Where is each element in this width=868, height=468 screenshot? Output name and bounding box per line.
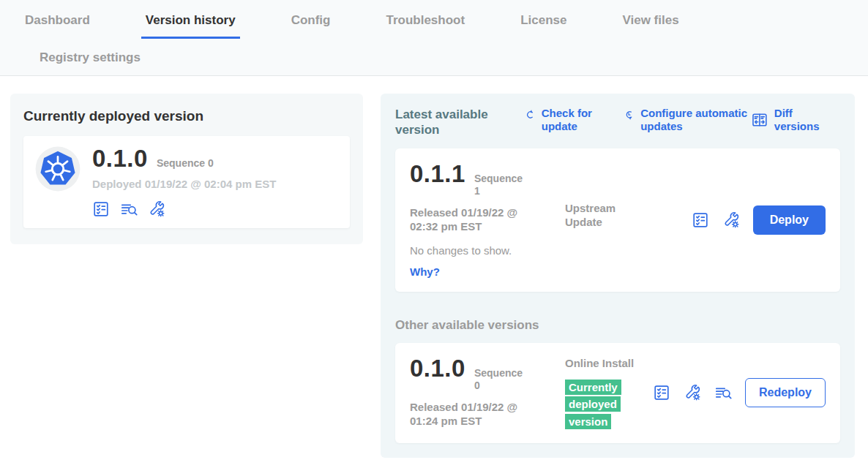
tab-view-files[interactable]: View files xyxy=(618,10,683,39)
edit-config-icon[interactable] xyxy=(722,211,740,229)
tab-dashboard[interactable]: Dashboard xyxy=(20,10,94,39)
latest-version-actions: Deploy xyxy=(692,205,826,235)
other-sequence-label: Sequence 0 xyxy=(474,367,525,393)
top-nav: Dashboard Version history Config Trouble… xyxy=(0,0,868,76)
deployed-version-number: 0.1.0 xyxy=(92,146,148,172)
preflight-checks-icon[interactable] xyxy=(92,200,110,218)
version-history-panel: Latest available version Check for updat… xyxy=(381,94,855,458)
latest-sequence-label: Sequence 1 xyxy=(474,173,525,198)
nav-row-1: Dashboard Version history Config Trouble… xyxy=(20,10,848,39)
tab-license[interactable]: License xyxy=(516,10,571,39)
latest-version-source: Upstream Update xyxy=(565,201,651,279)
view-logs-icon[interactable] xyxy=(714,384,732,401)
other-version-number: 0.1.0 xyxy=(410,356,465,382)
currently-deployed-panel: Currently deployed version 0.1.0 Sequenc… xyxy=(10,94,363,244)
edit-config-icon[interactable] xyxy=(684,384,701,401)
configure-automatic-updates-link[interactable]: Configure automatic updates xyxy=(623,107,751,133)
tab-registry-settings[interactable]: Registry settings xyxy=(35,48,145,65)
nav-row-2: Registry settings xyxy=(20,39,848,75)
latest-version-card: 0.1.1 Sequence 1 Released 01/19/22 @ 02:… xyxy=(395,148,840,292)
schedule-update-icon xyxy=(623,107,635,123)
configure-automatic-updates-label: Configure automatic updates xyxy=(640,107,751,133)
edit-config-icon[interactable] xyxy=(148,200,165,218)
preflight-checks-icon[interactable] xyxy=(653,384,670,401)
other-released-timestamp: Released 01/19/22 @ 01:24 pm EST xyxy=(410,400,540,429)
other-version-source: Online Install xyxy=(565,356,651,371)
currently-deployed-title: Currently deployed version xyxy=(23,108,350,124)
preflight-checks-icon[interactable] xyxy=(692,211,709,229)
currently-deployed-badge-wrap: Currently deployed version xyxy=(565,379,628,430)
other-version-source-col: Online Install Currently deployed versio… xyxy=(565,356,651,430)
updates-header: Latest available version Check for updat… xyxy=(395,107,840,138)
other-version-details: 0.1.0 Sequence 0 Released 01/19/22 @ 01:… xyxy=(410,356,565,430)
latest-released-timestamp: Released 01/19/22 @ 02:32 pm EST xyxy=(410,205,540,234)
check-for-update-label: Check for update xyxy=(542,107,606,133)
check-for-update-link[interactable]: Check for update xyxy=(524,107,605,133)
diff-versions-link[interactable]: Diff versions xyxy=(751,107,840,133)
latest-version-details: 0.1.1 Sequence 1 Released 01/19/22 @ 02:… xyxy=(410,162,565,279)
deployed-timestamp: Deployed 01/19/22 @ 02:04 pm EST xyxy=(92,178,276,190)
no-changes-text: No changes to show. xyxy=(410,244,565,257)
latest-available-title: Latest available version xyxy=(395,107,504,138)
deployed-version-details: 0.1.0 Sequence 0 Deployed 01/19/22 @ 02:… xyxy=(92,146,276,218)
refresh-icon xyxy=(524,107,536,123)
main-content: Currently deployed version 0.1.0 Sequenc… xyxy=(0,76,868,458)
latest-version-number: 0.1.1 xyxy=(410,162,465,187)
view-logs-icon[interactable] xyxy=(120,200,138,218)
tab-troubleshoot[interactable]: Troubleshoot xyxy=(381,10,469,39)
why-link[interactable]: Why? xyxy=(410,265,440,278)
currently-deployed-badge: Currently deployed version xyxy=(565,380,621,429)
redeploy-button[interactable]: Redeploy xyxy=(745,378,826,407)
deployed-version-card: 0.1.0 Sequence 0 Deployed 01/19/22 @ 02:… xyxy=(23,136,350,228)
other-version-card: 0.1.0 Sequence 0 Released 01/19/22 @ 01:… xyxy=(395,343,840,443)
other-version-actions: Redeploy xyxy=(653,378,826,407)
diff-versions-label: Diff versions xyxy=(774,107,840,133)
deploy-button[interactable]: Deploy xyxy=(753,205,826,235)
kubernetes-logo-icon xyxy=(35,146,81,192)
tab-version-history[interactable]: Version history xyxy=(141,10,240,39)
diff-versions-icon xyxy=(751,111,768,129)
tab-config[interactable]: Config xyxy=(287,10,335,39)
deployed-sequence-label: Sequence 0 xyxy=(157,157,214,169)
other-available-versions-title: Other available versions xyxy=(395,318,840,333)
